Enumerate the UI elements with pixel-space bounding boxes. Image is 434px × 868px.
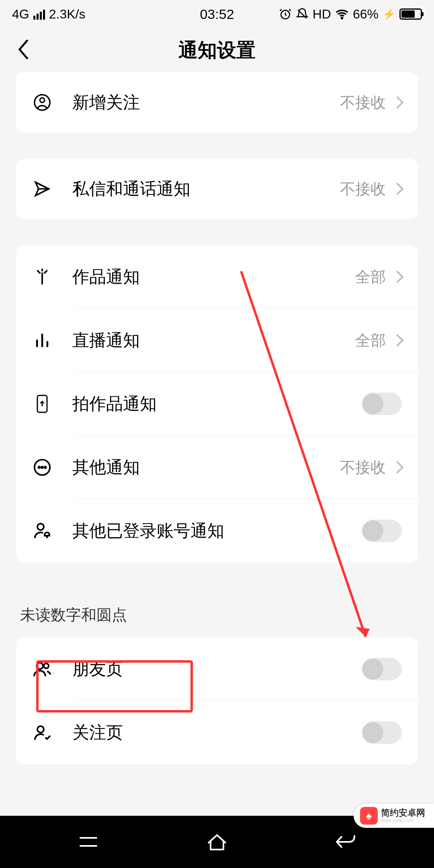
users-icon: [32, 659, 52, 679]
row-label: 拍作品通知: [72, 393, 362, 415]
svg-point-1: [342, 18, 343, 19]
send-icon: [32, 179, 52, 199]
row-label: 其他已登录账号通知: [72, 520, 362, 542]
wifi-icon: [335, 7, 349, 21]
row-label: 新增关注: [72, 91, 340, 114]
status-bar: 4G 2.3K/s 03:52 HD 66% ⚡: [0, 0, 434, 28]
battery-icon: [399, 8, 422, 20]
row-value: 全部: [355, 330, 386, 351]
row-shoot-notify[interactable]: 拍作品通知: [16, 372, 418, 436]
row-value: 不接收: [340, 92, 386, 113]
row-label: 私信和通话通知: [72, 178, 340, 200]
row-live-notify[interactable]: 直播通知 全部: [16, 309, 418, 372]
toggle-shoot-notify[interactable]: [362, 393, 402, 415]
chevron-right-icon: [391, 96, 403, 108]
sparkle-icon: [32, 267, 52, 287]
row-label: 关注页: [72, 721, 362, 744]
row-works-notify[interactable]: 作品通知 全部: [16, 245, 418, 309]
phone-upload-icon: [32, 394, 52, 414]
hd-indicator: HD: [313, 7, 331, 22]
svg-point-3: [40, 98, 45, 103]
row-friends-page[interactable]: 朋友页: [16, 637, 418, 701]
row-value: 不接收: [340, 179, 386, 199]
toggle-friends-page[interactable]: [362, 658, 402, 680]
watermark: ♠ 简约安卓网 www.yizwj.com: [354, 804, 434, 828]
chevron-right-icon: [391, 461, 403, 473]
chevron-right-icon: [391, 182, 403, 195]
row-label: 朋友页: [72, 658, 362, 680]
page-title: 通知设置: [178, 37, 256, 63]
svg-point-12: [37, 726, 44, 733]
section-follow: 新增关注 不接收: [16, 72, 418, 133]
battery-percent: 66%: [353, 7, 379, 22]
user-circle-icon: [32, 92, 52, 113]
svg-point-10: [37, 663, 43, 669]
svg-point-11: [44, 663, 49, 668]
charging-icon: ⚡: [383, 8, 395, 20]
alarm-icon: [279, 8, 292, 20]
header: 通知设置: [0, 28, 434, 72]
svg-point-6: [38, 467, 40, 468]
section-notifications: 作品通知 全部 直播通知 全部 拍作品通知 其他通知 不接收 其他已登录账号通知: [16, 245, 418, 563]
status-time: 03:52: [200, 6, 234, 22]
status-right: HD 66% ⚡: [279, 7, 422, 22]
svg-point-9: [37, 524, 44, 530]
row-other-notify[interactable]: 其他通知 不接收: [16, 436, 418, 499]
section-message: 私信和通话通知 不接收: [16, 159, 418, 219]
nav-home-button[interactable]: [199, 828, 235, 856]
svg-point-7: [41, 467, 43, 468]
toggle-follow-page[interactable]: [362, 721, 402, 744]
watermark-url: www.yizwj.com: [381, 818, 425, 823]
signal-icon: [33, 8, 45, 20]
row-label: 其他通知: [72, 456, 340, 479]
more-circle-icon: [32, 457, 52, 477]
row-label: 直播通知: [72, 329, 355, 352]
nav-menu-button[interactable]: [70, 828, 106, 856]
row-other-account-notify[interactable]: 其他已登录账号通知: [16, 499, 418, 563]
chart-bars-icon: [32, 330, 52, 350]
row-value: 全部: [355, 267, 386, 287]
watermark-logo-icon: ♠: [360, 807, 378, 825]
network-speed: 2.3K/s: [49, 7, 86, 22]
back-button[interactable]: [16, 39, 31, 61]
row-dm-call[interactable]: 私信和通话通知 不接收: [16, 159, 418, 219]
nav-back-button[interactable]: [328, 828, 364, 856]
toggle-other-account[interactable]: [362, 520, 402, 542]
user-bell-icon: [32, 521, 52, 541]
section-title-unread: 未读数字和圆点: [0, 589, 434, 637]
status-left: 4G 2.3K/s: [12, 7, 85, 22]
user-check-icon: [32, 723, 52, 743]
network-type: 4G: [12, 7, 29, 22]
chevron-right-icon: [391, 270, 403, 283]
row-label: 作品通知: [72, 266, 355, 288]
watermark-title: 简约安卓网: [381, 808, 425, 818]
svg-point-8: [45, 467, 46, 468]
row-value: 不接收: [340, 457, 386, 478]
row-new-follow[interactable]: 新增关注 不接收: [16, 72, 418, 133]
dnd-icon: [296, 8, 309, 20]
chevron-right-icon: [391, 334, 403, 346]
section-unread: 朋友页 关注页: [16, 637, 418, 764]
row-follow-page[interactable]: 关注页: [16, 701, 418, 764]
